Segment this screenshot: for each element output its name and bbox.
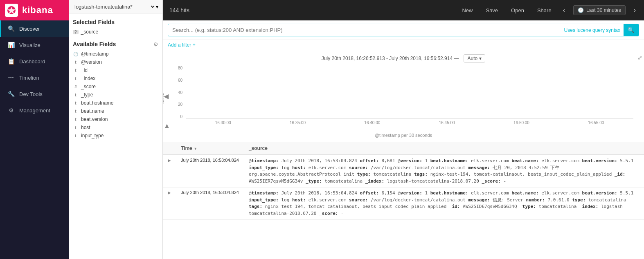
field-type-icon: t xyxy=(73,59,79,65)
field-type-badge: ? xyxy=(73,30,79,34)
search-input-wrap: Uses lucene query syntax 🔍 xyxy=(168,24,639,36)
field-name-label: beat.version xyxy=(81,116,108,122)
main-content: 144 hits New Save Open Share ‹ 🕐 Last 30… xyxy=(163,0,644,259)
field-item-_type[interactable]: t _type xyxy=(69,91,162,99)
search-bar: Uses lucene query syntax 🔍 xyxy=(163,20,644,40)
sidebar-item-timelion[interactable]: 〰 Timelion xyxy=(0,69,69,86)
field-item-_score[interactable]: # _score xyxy=(69,83,162,91)
field-type-icon: t xyxy=(73,76,79,81)
nav-prev-button[interactable]: ‹ xyxy=(561,6,567,15)
chart-bars xyxy=(186,66,633,119)
time-range-label: Last 30 minutes xyxy=(586,7,621,13)
row-expand-button[interactable]: ▶ xyxy=(168,190,171,195)
selected-fields-title: Selected Fields xyxy=(69,14,162,28)
field-type-icon: t xyxy=(73,125,79,130)
source-field-item[interactable]: ? _source xyxy=(69,28,162,36)
visualize-icon: 📊 xyxy=(7,41,15,49)
sidebar-item-devtools[interactable]: 🔧 Dev Tools xyxy=(0,86,69,102)
dashboard-icon: 📋 xyxy=(7,57,15,65)
chart-scroll-up-button[interactable]: ▲ xyxy=(164,122,170,130)
field-item-_index[interactable]: t _index xyxy=(69,74,162,83)
time-cell: July 20th 2018, 16:53:04.824 xyxy=(176,188,244,220)
field-item-input_type[interactable]: t input_type xyxy=(69,132,162,140)
x-label-16:50:00: 16:50:00 xyxy=(484,121,558,130)
y-axis-label: Count xyxy=(163,93,165,104)
add-filter-button[interactable]: Add a filter + xyxy=(168,42,196,48)
field-name-label: beat.name xyxy=(81,108,104,114)
field-type-icon: # xyxy=(73,84,79,89)
time-cell: July 20th 2018, 16:53:04.824 xyxy=(176,155,244,188)
expand-col-header xyxy=(163,142,176,155)
gear-icon[interactable]: ⚙ xyxy=(153,41,158,47)
field-sidebar: logstash-tomcatcatalina* ▾ Selected Fiel… xyxy=(69,0,163,259)
field-item-beat.name[interactable]: t beat.name xyxy=(69,107,162,115)
field-type-icon: 🕐 xyxy=(73,51,79,57)
field-item-_id[interactable]: t _id xyxy=(69,66,162,74)
field-type-icon: t xyxy=(73,133,79,138)
date-range-label: July 20th 2018, 16:26:52.913 - July 20th… xyxy=(322,56,459,61)
topbar: 144 hits New Save Open Share ‹ 🕐 Last 30… xyxy=(163,0,644,20)
new-button[interactable]: New xyxy=(459,6,476,15)
field-item-beat.hostname[interactable]: t beat.hostname xyxy=(69,99,162,107)
filter-bar: Add a filter + xyxy=(163,40,644,50)
logo-icon xyxy=(5,4,18,17)
table-row: ▶July 20th 2018, 16:53:04.824@timestamp:… xyxy=(163,188,644,220)
time-col-header: Time ▼ xyxy=(176,142,244,155)
results-tbody: ▶July 20th 2018, 16:53:04.824@timestamp:… xyxy=(163,155,644,220)
source-cell: @timestamp: July 20th 2018, 16:53:04.824… xyxy=(244,155,644,188)
row-expand-button[interactable]: ▶ xyxy=(168,158,171,163)
table-row: ▶July 20th 2018, 16:53:04.824@timestamp:… xyxy=(163,155,644,188)
field-name-label: _score xyxy=(81,84,96,89)
share-button[interactable]: Share xyxy=(534,6,555,15)
save-button[interactable]: Save xyxy=(482,6,501,15)
source-cell: @timestamp: July 20th 2018, 16:53:04.824… xyxy=(244,188,644,220)
sidebar-item-label: Dashboard xyxy=(19,58,45,65)
x-axis: 16:30:0016:35:0016:40:0016:45:0016:50:00… xyxy=(186,119,633,131)
auto-label: Auto xyxy=(467,56,477,61)
devtools-icon: 🔧 xyxy=(7,90,15,98)
y-label-0: 0 xyxy=(180,114,182,119)
sort-icon[interactable]: ▼ xyxy=(194,147,197,151)
x-label-16:40:00: 16:40:00 xyxy=(335,121,410,130)
sidebar-item-visualize[interactable]: 📊 Visualize xyxy=(0,37,69,53)
sidebar-item-label: Discover xyxy=(19,26,40,32)
y-label-20: 20 xyxy=(178,102,182,107)
y-label-80: 80 xyxy=(178,66,182,70)
index-dropdown[interactable]: logstash-tomcatcatalina* xyxy=(73,3,156,10)
field-name-label: _index xyxy=(81,76,95,81)
index-selector[interactable]: logstash-tomcatcatalina* ▾ xyxy=(69,0,162,14)
search-input[interactable] xyxy=(168,25,564,36)
available-fields-header: Available Fields ⚙ xyxy=(69,36,162,50)
source-field-name: _source xyxy=(81,29,99,35)
chart-area: ◀ July 20th 2018, 16:26:52.913 - July 20… xyxy=(163,50,644,142)
x-label-16:45:00: 16:45:00 xyxy=(410,121,484,130)
sidebar-item-dashboard[interactable]: 📋 Dashboard xyxy=(0,53,69,69)
field-type-icon: t xyxy=(73,100,79,106)
sidebar-item-discover[interactable]: 🔍 Discover xyxy=(0,20,69,37)
field-item-@version[interactable]: t @version xyxy=(69,58,162,66)
chart-expand-button[interactable]: ⤢ xyxy=(637,54,642,61)
auto-interval-select[interactable]: Auto ▾ xyxy=(464,54,485,63)
dropdown-icon: ▾ xyxy=(156,4,158,10)
sidebar-item-label: Visualize xyxy=(19,42,41,48)
time-range-picker[interactable]: 🕐 Last 30 minutes xyxy=(573,5,626,15)
sidebar-item-management[interactable]: ⚙ Management xyxy=(0,102,69,118)
nav-next-button[interactable]: › xyxy=(632,6,637,15)
field-item-beat.version[interactable]: t beat.version xyxy=(69,115,162,123)
field-name-label: host xyxy=(81,125,90,130)
results-table: Time ▼ _source ▶July 20th 2018, 16:53:04… xyxy=(163,142,644,220)
x-label-16:35:00: 16:35:00 xyxy=(260,121,335,130)
timelion-icon: 〰 xyxy=(7,74,15,82)
field-type-icon: t xyxy=(73,92,79,98)
source-col-header: _source xyxy=(244,142,644,155)
field-type-icon: t xyxy=(73,116,79,122)
y-axis: 80 60 40 20 0 xyxy=(169,66,184,119)
field-item-@timestamp[interactable]: 🕐 @timestamp xyxy=(69,50,162,58)
search-button[interactable]: 🔍 xyxy=(624,24,639,36)
field-type-icon: t xyxy=(73,67,79,73)
y-label-40: 40 xyxy=(178,90,182,95)
open-button[interactable]: Open xyxy=(508,6,527,15)
field-item-host[interactable]: t host xyxy=(69,123,162,132)
sidebar-item-label: Timelion xyxy=(19,75,39,81)
x-label-16:55:00: 16:55:00 xyxy=(559,121,633,130)
